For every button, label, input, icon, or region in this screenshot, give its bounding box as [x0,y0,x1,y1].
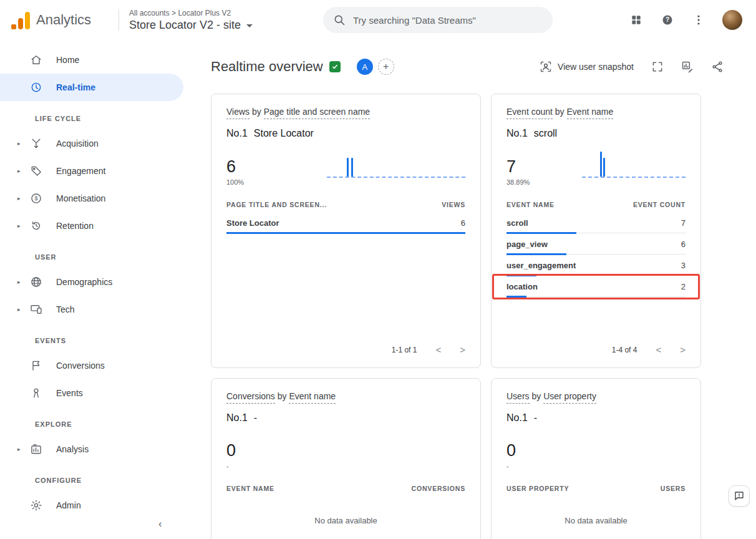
main-content: Realtime overview A + View user snapshot… [187,40,756,539]
share-icon[interactable] [711,61,724,73]
metric-share: 100% [226,178,327,186]
card-title: Event count by Event name [506,107,686,117]
dimension-term[interactable]: User property [543,391,596,404]
analysis-icon [30,443,45,455]
dimension-term[interactable]: Event name [567,107,614,119]
sidebar-item-demographics[interactable]: ▸ Demographics [0,268,183,296]
rank-label: No.1 [506,412,528,424]
pagination-label: 1-1 of 1 [392,346,417,354]
metric-value: 7 [506,157,582,177]
property-selector[interactable]: Store Locator V2 - site [129,19,253,32]
minute-bar-chart [327,145,465,178]
card-views-by-page-title: Views by Page title and screen name No.1… [211,94,481,368]
card-event-count-by-event-name: Event count by Event name No.1 scroll 7 … [491,94,701,368]
sidebar-item-retention[interactable]: ▸ Retention [0,212,183,240]
view-user-snapshot-button[interactable]: View user snapshot [540,61,634,73]
next-page-icon[interactable]: > [460,344,465,355]
metric-term[interactable]: Conversions [226,391,275,404]
sidebar-item-label: Monetisation [56,193,105,203]
sidebar-item-label: Events [56,388,83,398]
sidebar-item-acquisition[interactable]: ▸ Acquisition [0,130,183,157]
devices-icon [30,303,45,316]
fullscreen-icon[interactable] [651,61,664,73]
sidebar-item-real-time[interactable]: Real-time [0,74,183,101]
header-divider [119,9,119,31]
sidebar-collapse-button[interactable]: ‹ [155,514,166,534]
card-title: Views by Page title and screen name [226,107,465,117]
metric-term[interactable]: Users [506,391,530,404]
rank-label: No.1 [506,128,528,139]
analytics-logo-icon [11,11,30,29]
sidebar-section-user: USER [0,240,187,268]
metric-term[interactable]: Event count [506,107,553,119]
data-ok-check-icon [329,61,341,72]
dimension-column-header: EVENT NAME [506,201,555,208]
sidebar-item-events[interactable]: Events [0,379,183,407]
table-row: page_view 6 [506,233,686,255]
feedback-button[interactable] [729,485,750,507]
metric-area: 7 38.89% [506,145,686,186]
feedback-icon [734,490,745,502]
sidebar-item-conversions[interactable]: Conversions [0,352,183,379]
expand-arrow-icon[interactable]: ▸ [17,223,30,229]
title-joiner: by [553,107,567,117]
expand-arrow-icon[interactable]: ▸ [17,168,30,174]
expand-arrow-icon[interactable]: ▸ [17,279,30,285]
pagination-label: 1-4 of 4 [612,346,637,354]
metric-share: - [226,462,327,470]
table-header: USER PROPERTY USERS [506,485,686,496]
report-toolbar: View user snapshot [540,61,724,73]
table-header: PAGE TITLE AND SCREEN... VIEWS [226,201,465,212]
metric-term[interactable]: Views [226,107,250,119]
sidebar-section-events: EVENTS [0,323,187,352]
more-options-icon[interactable] [691,12,706,27]
next-page-icon[interactable]: > [680,344,686,355]
expand-arrow-icon[interactable]: ▸ [17,140,30,147]
segment-chip[interactable]: A [357,59,373,75]
customize-report-icon[interactable] [681,61,694,73]
apps-grid-icon[interactable] [629,12,644,27]
sidebar-section-explore: EXPLORE [0,407,187,435]
prev-page-icon[interactable]: < [656,344,661,355]
dimension-term[interactable]: Event name [289,391,336,404]
metric-share: 38.89% [506,178,582,186]
add-comparison-button[interactable]: + [378,59,394,75]
search-bar[interactable] [323,7,553,33]
metric-value: 0 [226,441,327,460]
table-row-highlighted: location 2 [506,276,686,297]
empty-state-message: No data available [506,516,686,525]
sidebar-item-label: Acquisition [56,138,99,148]
expand-arrow-icon[interactable]: ▸ [17,306,30,313]
sidebar-item-engagement[interactable]: ▸ Engagement [0,157,183,185]
sidebar-item-label: Analysis [56,444,89,454]
minute-bar-chart [582,145,686,178]
sidebar-item-tech[interactable]: ▸ Tech [0,296,183,323]
expand-arrow-icon[interactable]: ▸ [17,195,30,202]
card-users-by-user-property: Users by User property No.1 - 0 - USER P… [491,378,701,539]
metric-share: - [506,462,582,470]
dimension-term[interactable]: Page title and screen name [264,107,370,119]
sidebar-item-home[interactable]: Home [0,46,183,74]
metric-area: 0 - [506,430,686,470]
sidebar-item-analysis[interactable]: ▸ Analysis [0,435,183,463]
search-icon [333,14,346,26]
prev-page-icon[interactable]: < [435,344,441,355]
help-icon[interactable]: ? [660,12,675,27]
analytics-home-link[interactable]: Analytics [11,11,119,29]
expand-arrow-icon[interactable]: ▸ [17,446,30,452]
user-avatar[interactable] [722,10,742,30]
top-item: No.1 - [226,412,465,424]
metric-column-header: CONVERSIONS [412,485,465,492]
sidebar-item-monetisation[interactable]: ▸ $ Monetisation [0,185,183,212]
pagination: 1-1 of 1 < > [226,336,465,355]
sidebar-item-label: Demographics [56,277,112,287]
sidebar-item-label: Engagement [56,166,105,176]
tag-icon [30,165,45,177]
breadcrumb[interactable]: All accounts > Locator Plus V2 [129,9,253,17]
table-row: scroll 7 [506,212,686,233]
report-header: Realtime overview A + View user snapshot [211,54,724,80]
property-block: All accounts > Locator Plus V2 Store Loc… [129,9,253,32]
search-input[interactable] [353,15,543,26]
metric-column-header: USERS [661,485,686,492]
top-bar: Analytics All accounts > Locator Plus V2… [0,0,756,40]
